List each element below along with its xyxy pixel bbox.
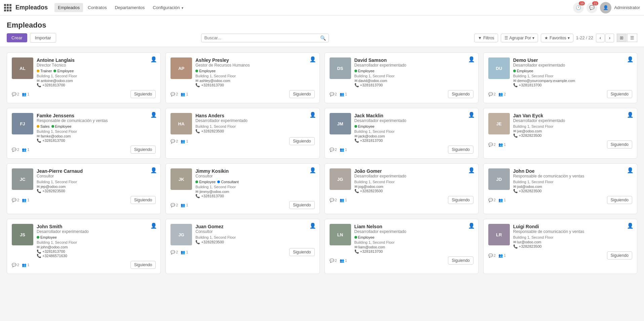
message-count[interactable]: 💬 2 — [12, 263, 19, 267]
follower-count[interactable]: 👥 1 — [340, 258, 347, 263]
message-count[interactable]: 💬 2 — [330, 198, 337, 202]
follow-button[interactable]: Siguiendo — [448, 256, 473, 265]
employee-card[interactable]: 👤 AP Ashley Presley Gestor de Recursos H… — [165, 52, 319, 103]
follower-count[interactable]: 👥 1 — [22, 263, 29, 267]
follower-count[interactable]: 👥 2 — [498, 92, 506, 96]
top-navigation: Empleados Empleados Contratos Departamen… — [0, 0, 644, 15]
group-by-button[interactable]: ☰ Agrupar Por ▾ — [501, 34, 538, 42]
message-count[interactable]: 💬 2 — [330, 148, 337, 152]
message-count[interactable]: 💬 2 — [171, 139, 178, 144]
filter-button[interactable]: ▼ Filtros — [474, 34, 498, 42]
message-count[interactable]: 💬 2 — [12, 148, 19, 152]
follower-count[interactable]: 👥 1 — [181, 139, 188, 144]
follower-count[interactable]: 👥 1 — [340, 198, 347, 202]
employee-card[interactable]: 👤 JD John Doe Responsable de comunicació… — [483, 163, 637, 214]
group-dropdown-arrow: ▾ — [532, 36, 534, 40]
employee-card[interactable]: 👤 JM Jack Macklin Desarrollador experime… — [325, 108, 479, 159]
message-count[interactable]: 💬 2 — [330, 258, 337, 263]
nav-contratos[interactable]: Contratos — [84, 3, 110, 12]
employee-card[interactable]: 👤 DS David Samson Desarrollador experime… — [325, 52, 479, 103]
follower-count[interactable]: 👥 1 — [498, 198, 506, 202]
follow-button[interactable]: Siguiendo — [607, 90, 632, 98]
message-count[interactable]: 💬 2 — [171, 92, 178, 96]
nav-configuracion[interactable]: Configuración ▾ — [149, 3, 187, 12]
employee-card[interactable]: 👤 FJ Famke Jenssens Responsable de comun… — [7, 108, 161, 159]
message-count[interactable]: 💬 2 — [330, 92, 337, 96]
message-count[interactable]: 💬 2 — [488, 143, 496, 147]
employee-card[interactable]: 👤 JE Jan Van Eyck Desarrollador experime… — [483, 108, 637, 159]
message-count[interactable]: 💬 2 — [488, 92, 496, 96]
follow-button[interactable]: Siguiendo — [289, 90, 314, 98]
follow-button[interactable]: Siguiendo — [130, 261, 156, 269]
follow-button[interactable]: Siguiendo — [607, 196, 632, 204]
employee-email: ✉ jog@odoo.com — [354, 185, 473, 189]
card-header: JE Jan Van Eyck Desarrollador experiment… — [488, 113, 632, 138]
follow-button[interactable]: Siguiendo — [130, 90, 156, 98]
follow-button[interactable]: Siguiendo — [130, 196, 156, 204]
follower-icon: 👥 — [181, 203, 185, 207]
follower-count[interactable]: 👥 1 — [498, 253, 506, 258]
follow-button[interactable]: Siguiendo — [607, 141, 632, 149]
follower-count[interactable]: 👥 1 — [340, 148, 347, 152]
employee-card[interactable]: 👤 JK Jimmy Kosikin Consultor Employee Co… — [165, 163, 319, 214]
next-page-button[interactable]: › — [605, 34, 614, 42]
message-count[interactable]: 💬 2 — [488, 198, 496, 202]
user-avatar[interactable]: 👤 — [600, 2, 611, 13]
toolbar: Crear Importar 🔍 ▼ Filtros ☰ Agrupar Por… — [7, 33, 637, 47]
employee-card[interactable]: 👤 HA Hans Anders Desarrollador experimen… — [165, 108, 319, 159]
view-toggle: ⊞ ☰ — [617, 34, 637, 42]
follower-count[interactable]: 👥 1 — [181, 92, 188, 96]
search-icon[interactable]: 🔍 — [320, 35, 326, 41]
search-input[interactable] — [204, 35, 320, 40]
favorites-button[interactable]: ★ Favoritos ▾ — [541, 34, 573, 42]
apps-grid-icon[interactable] — [4, 4, 11, 11]
follow-button[interactable]: Siguiendo — [448, 90, 473, 98]
create-button[interactable]: Crear — [7, 33, 27, 42]
msg-count-value: 2 — [17, 198, 19, 202]
follower-icon: 👥 — [181, 139, 185, 144]
chat-icon: 💬 — [12, 263, 16, 267]
employee-card[interactable]: 👤 JC Jean-Pierre Carnaud Consultor Build… — [7, 163, 161, 214]
employee-card[interactable]: 👤 AL Antoine Langlais Director Técnico T… — [7, 52, 161, 103]
follow-button[interactable]: Siguiendo — [289, 248, 314, 256]
follower-count[interactable]: 👥 1 — [181, 203, 188, 207]
follower-count[interactable]: 👥 1 — [498, 143, 506, 147]
employee-info: Jan Van Eyck Desarrollador experimentado… — [513, 113, 632, 138]
employee-card[interactable]: 👤 LN Liam Nelson Desarrollador experimen… — [325, 219, 479, 274]
follower-count[interactable]: 👥 1 — [22, 198, 29, 202]
meta-icons: 💬 2 👥 1 — [12, 263, 29, 267]
nav-departamentos[interactable]: Departamentos — [111, 3, 148, 12]
grid-view-button[interactable]: ⊞ — [617, 34, 627, 42]
follow-button[interactable]: Siguiendo — [289, 201, 314, 209]
employee-card[interactable]: 👤 DU Demo User Desarrollador experimenta… — [483, 52, 637, 103]
photo-initials: JS — [20, 232, 25, 237]
follower-count[interactable]: 👥 1 — [22, 148, 29, 152]
follower-count[interactable]: 👥 1 — [340, 92, 347, 96]
follow-button[interactable]: Siguiendo — [607, 251, 632, 259]
follower-count[interactable]: 👥 1 — [181, 250, 188, 254]
message-count[interactable]: 💬 2 — [488, 253, 496, 258]
message-count[interactable]: 💬 2 — [12, 92, 19, 96]
nav-empleados[interactable]: Empleados — [54, 3, 83, 12]
employee-card[interactable]: 👤 JG João Gomer Desarrollador experiment… — [325, 163, 479, 214]
messages-button[interactable]: 💬 21 — [586, 2, 597, 13]
list-view-button[interactable]: ☰ — [627, 34, 637, 42]
follow-button[interactable]: Siguiendo — [130, 146, 156, 154]
employees-grid: 👤 AL Antoine Langlais Director Técnico T… — [7, 52, 637, 274]
follow-button[interactable]: Siguiendo — [289, 137, 314, 145]
follow-button[interactable]: Siguiendo — [448, 196, 473, 204]
employee-building: Building 1, Second Floor — [37, 129, 156, 133]
message-count[interactable]: 💬 2 — [12, 198, 19, 202]
follower-count[interactable]: 👥 1 — [22, 92, 29, 96]
message-count[interactable]: 💬 2 — [171, 250, 178, 254]
follow-button[interactable]: Siguiendo — [448, 146, 473, 154]
employee-card[interactable]: 👤 JG Juan Gomez Consultor Building 1, Se… — [165, 219, 319, 274]
employee-card[interactable]: 👤 LR Luigi Rondi Responsable de comunica… — [483, 219, 637, 274]
message-count[interactable]: 💬 2 — [171, 203, 178, 207]
import-button[interactable]: Importar — [30, 33, 56, 43]
employee-card[interactable]: 👤 JS John Smith Desarrollador experiment… — [7, 219, 161, 274]
prev-page-button[interactable]: ‹ — [596, 34, 605, 42]
person-status-icon: 👤 — [468, 167, 475, 173]
activity-button[interactable]: 🕐 16 — [573, 2, 584, 13]
employee-tags: Employee — [354, 235, 473, 239]
